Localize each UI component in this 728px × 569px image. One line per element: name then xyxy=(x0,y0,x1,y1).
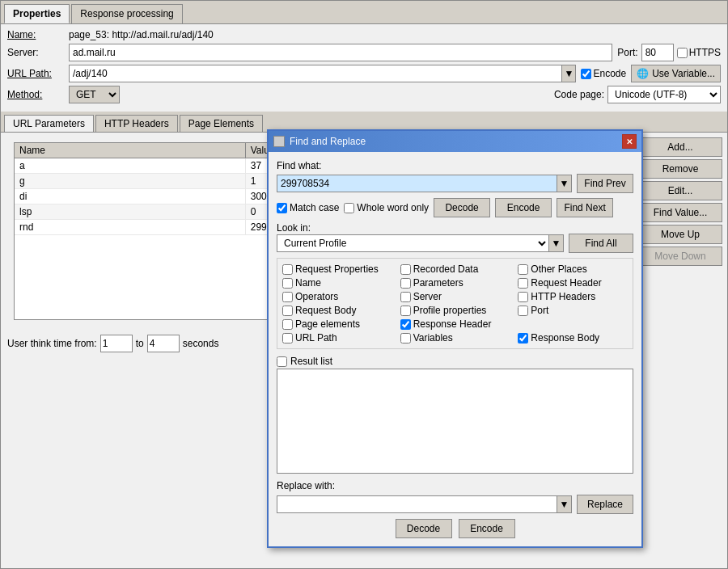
cb-recorded-data-input[interactable] xyxy=(400,264,411,275)
find-what-input[interactable] xyxy=(277,175,557,192)
find-prev-button[interactable]: Find Prev xyxy=(577,174,633,193)
find-what-input-group: ▼ xyxy=(277,175,572,192)
encode-bottom-button[interactable]: Encode xyxy=(459,519,515,538)
dialog-icon xyxy=(273,136,285,147)
cb-server-input[interactable] xyxy=(400,292,411,302)
find-all-button[interactable]: Find All xyxy=(569,234,633,253)
find-what-label: Find what: xyxy=(277,160,633,171)
cb-request-properties-input[interactable] xyxy=(282,264,293,275)
empty-cell xyxy=(518,318,628,330)
look-in-dropdown-btn[interactable]: ▼ xyxy=(549,234,564,252)
cb-response-header-input[interactable] xyxy=(400,319,411,330)
look-in-row: Current Profile ▼ Find All xyxy=(277,234,633,253)
checkboxes-section: Request Properties Recorded Data Other P… xyxy=(277,258,633,349)
cb-request-properties: Request Properties xyxy=(282,263,392,275)
cb-request-header-input[interactable] xyxy=(518,278,528,289)
replace-row: ▼ Replace xyxy=(277,495,633,514)
cb-port-input[interactable] xyxy=(518,306,528,316)
options-row: Match case Whole word only Decode Encode… xyxy=(277,198,633,217)
whole-word-checkbox[interactable] xyxy=(344,203,354,213)
cb-profile-properties: Profile properties xyxy=(400,305,510,316)
cb-name: Name xyxy=(282,277,392,289)
find-what-row: ▼ Find Prev xyxy=(277,174,633,193)
cb-page-elements-input[interactable] xyxy=(282,319,293,330)
cb-request-header: Request Header xyxy=(518,277,628,289)
replace-with-label: Replace with: xyxy=(277,480,633,491)
dialog-overlay: Find and Replace ✕ Find what: ▼ Find Pre… xyxy=(0,0,728,569)
decode-bottom-button[interactable]: Decode xyxy=(396,519,452,538)
match-case-check: Match case xyxy=(277,202,339,213)
look-in-select[interactable]: Current Profile xyxy=(277,234,549,252)
cb-port: Port xyxy=(518,305,628,316)
decode-top-button[interactable]: Decode xyxy=(434,198,490,217)
result-section: Result list xyxy=(277,356,633,474)
find-next-button[interactable]: Find Next xyxy=(557,198,613,217)
find-replace-dialog: Find and Replace ✕ Find what: ▼ Find Pre… xyxy=(267,129,643,548)
replace-dropdown-btn[interactable]: ▼ xyxy=(557,495,572,513)
encode-top-button[interactable]: Encode xyxy=(495,198,552,217)
cb-recorded-data: Recorded Data xyxy=(400,263,510,275)
look-in-label: Look in: xyxy=(277,222,311,234)
cb-http-headers: HTTP Headers xyxy=(518,291,628,302)
cb-operators: Operators xyxy=(282,291,392,302)
result-list-label: Result list xyxy=(290,356,332,367)
find-what-dropdown[interactable]: ▼ xyxy=(557,175,572,192)
cb-url-path-input[interactable] xyxy=(282,333,293,344)
whole-word-check: Whole word only xyxy=(344,202,429,213)
cb-parameters: Parameters xyxy=(400,277,510,289)
match-case-label: Match case xyxy=(290,202,339,213)
cb-response-body-input[interactable] xyxy=(518,333,528,344)
cb-other-places: Other Places xyxy=(518,263,628,275)
replace-input-group: ▼ xyxy=(277,495,572,513)
cb-name-input[interactable] xyxy=(282,278,293,289)
cb-url-path: URL Path xyxy=(282,332,392,344)
cb-http-headers-input[interactable] xyxy=(518,292,528,302)
cb-response-body: Response Body xyxy=(518,332,628,344)
cb-operators-input[interactable] xyxy=(282,292,293,302)
cb-request-body-input[interactable] xyxy=(282,306,293,316)
bottom-buttons-row: Decode Encode xyxy=(277,519,633,538)
cb-request-body: Request Body xyxy=(282,305,392,316)
cb-variables-input[interactable] xyxy=(400,333,411,344)
cb-variables: Variables xyxy=(400,332,510,344)
dialog-titlebar: Find and Replace ✕ xyxy=(269,131,641,152)
cb-page-elements: Page elements xyxy=(282,318,392,330)
look-in-select-group: Current Profile ▼ xyxy=(277,234,564,252)
result-list-box xyxy=(277,369,633,474)
cb-server: Server xyxy=(400,291,510,302)
dialog-title-label: Find and Replace xyxy=(290,136,366,147)
match-case-checkbox[interactable] xyxy=(277,203,287,213)
replace-section: Replace with: ▼ Replace xyxy=(277,480,633,514)
dialog-body: Find what: ▼ Find Prev Match case Whole … xyxy=(269,152,641,546)
cb-profile-properties-input[interactable] xyxy=(400,306,411,316)
replace-input[interactable] xyxy=(277,495,557,513)
cb-parameters-input[interactable] xyxy=(400,278,411,289)
cb-other-places-input[interactable] xyxy=(518,264,528,275)
replace-button[interactable]: Replace xyxy=(577,495,633,514)
result-list-checkbox[interactable] xyxy=(277,356,287,367)
result-header: Result list xyxy=(277,356,633,367)
dialog-close-button[interactable]: ✕ xyxy=(622,134,637,149)
cb-response-header: Response Header xyxy=(400,318,510,330)
dialog-title: Find and Replace xyxy=(273,136,366,147)
look-in-section: Look in: Current Profile ▼ Find All xyxy=(277,222,633,253)
whole-word-label: Whole word only xyxy=(357,202,429,213)
